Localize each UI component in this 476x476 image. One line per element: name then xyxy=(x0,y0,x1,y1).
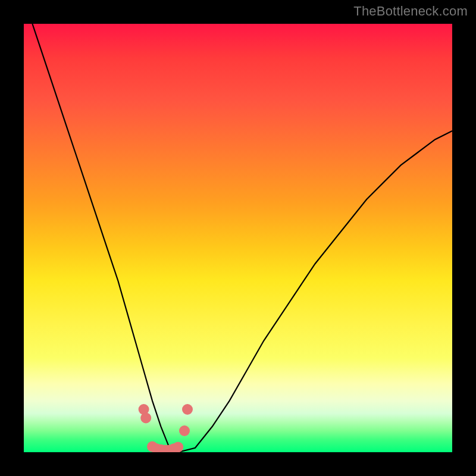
curve-layer xyxy=(24,24,452,452)
chart-container: TheBottleneck.com xyxy=(0,0,476,476)
highlight-point xyxy=(140,412,151,423)
plot-area xyxy=(24,24,452,452)
highlight-point xyxy=(182,404,193,415)
highlight-point xyxy=(173,441,183,452)
watermark-label: TheBottleneck.com xyxy=(353,4,468,19)
highlight-markers xyxy=(139,404,193,452)
highlight-point xyxy=(179,425,190,436)
bottleneck-curve xyxy=(32,24,452,452)
